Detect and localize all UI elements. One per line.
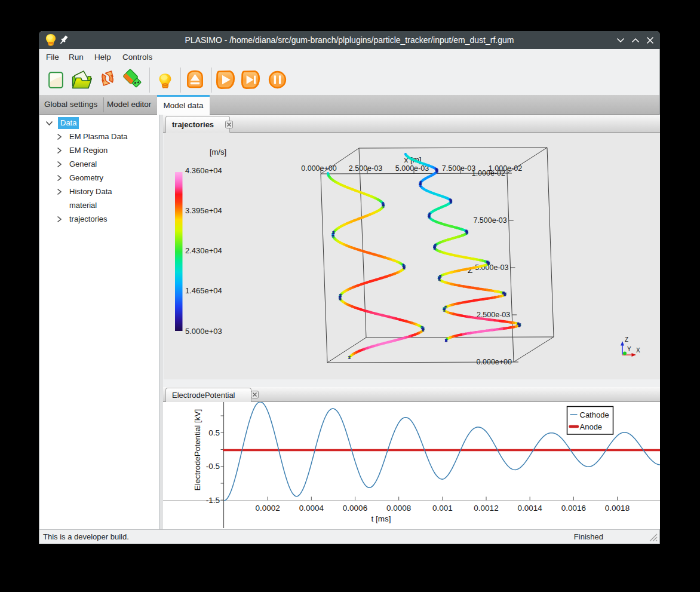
svg-text:[m/s]: [m/s] — [210, 148, 226, 157]
svg-text:5.000e+03: 5.000e+03 — [185, 327, 222, 336]
svg-text:0.0012: 0.0012 — [474, 504, 498, 513]
svg-text:0.0008: 0.0008 — [386, 504, 411, 513]
svg-text:4.360e+04: 4.360e+04 — [185, 166, 222, 175]
svg-text:0.0002: 0.0002 — [256, 504, 280, 513]
svg-text:0.000e+00: 0.000e+00 — [477, 358, 512, 366]
svg-text:Cathode: Cathode — [580, 410, 609, 419]
svg-text:5.000e-03: 5.000e-03 — [395, 164, 429, 173]
svg-text:3.395e+04: 3.395e+04 — [185, 206, 222, 215]
svg-text:0.0014: 0.0014 — [518, 504, 543, 513]
svg-text:0.001: 0.001 — [432, 504, 453, 513]
svg-text:0.0006: 0.0006 — [343, 504, 367, 513]
svg-text:0.000e+00: 0.000e+00 — [301, 164, 336, 173]
svg-text:7.500e-03: 7.500e-03 — [442, 164, 475, 173]
svg-text:t [ms]: t [ms] — [372, 514, 391, 523]
svg-text:Y: Y — [627, 346, 631, 352]
svg-text:Z: Z — [625, 336, 628, 343]
svg-text:Anode: Anode — [580, 422, 603, 431]
svg-text:0.5: 0.5 — [208, 428, 220, 437]
svg-text:0.0018: 0.0018 — [605, 504, 630, 513]
svg-text:ElectrodePotential [kV]: ElectrodePotential [kV] — [193, 409, 202, 491]
svg-text:1.000e-02: 1.000e-02 — [472, 169, 505, 177]
svg-text:-0.5: -0.5 — [206, 462, 220, 471]
svg-text:2.500e-03: 2.500e-03 — [349, 164, 382, 173]
svg-text:-1.5: -1.5 — [206, 496, 220, 505]
svg-text:2.430e+04: 2.430e+04 — [185, 246, 222, 255]
svg-text:1.465e+04: 1.465e+04 — [185, 286, 222, 295]
svg-text:7.500e-03: 7.500e-03 — [473, 216, 506, 225]
svg-text:0.0004: 0.0004 — [299, 504, 324, 513]
svg-text:0.0016: 0.0016 — [561, 504, 586, 513]
svg-text:X: X — [636, 347, 640, 354]
